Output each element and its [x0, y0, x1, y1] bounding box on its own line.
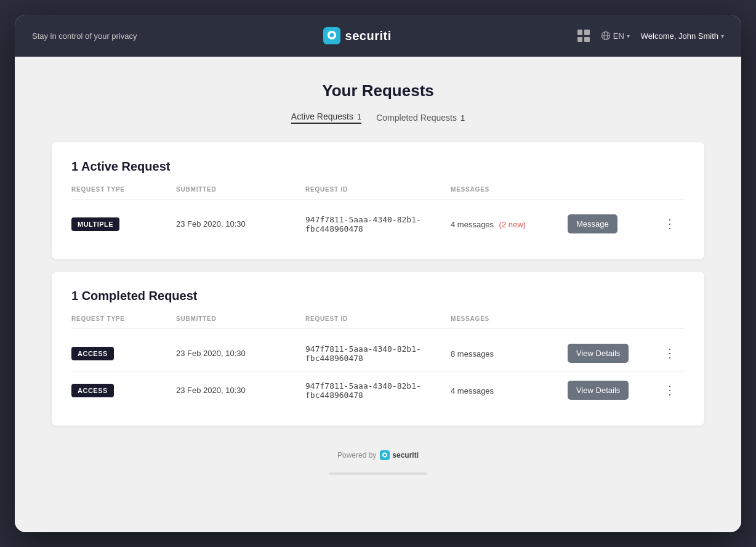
comp-submitted-date-2: 23 Feb 2020, 10:30 [176, 386, 299, 395]
comp-messages-count-1: 8 messages [451, 349, 494, 359]
page-title: Your Requests [52, 81, 704, 100]
comp-more-cell-1: ⋮ [660, 347, 685, 360]
badge-multiple: MULTIPLE [71, 217, 119, 231]
active-table-header: REQUEST TYPE SUBMITTED REQUEST ID MESSAG… [71, 186, 685, 200]
completed-requests-card: 1 Completed Request REQUEST TYPE SUBMITT… [52, 272, 704, 426]
user-label: Welcome, John Smith [641, 31, 718, 41]
request-type-badge-access-1: ACCESS [71, 347, 170, 360]
tab-completed-count: 1 [460, 113, 465, 123]
comp-messages-count-2: 4 messages [451, 386, 494, 395]
active-requests-card: 1 Active Request REQUEST TYPE SUBMITTED … [52, 142, 704, 259]
messages-count: 4 messages [451, 220, 494, 229]
more-options-button-2[interactable]: ⋮ [660, 384, 680, 396]
badge-access-2: ACCESS [71, 384, 114, 397]
col-action [568, 186, 654, 193]
header-actions: EN ▾ Welcome, John Smith ▾ [577, 30, 724, 42]
footer: Powered by securiti [52, 438, 704, 472]
scroll-indicator [329, 472, 427, 475]
svg-point-1 [329, 33, 334, 38]
request-type-badge-access-2: ACCESS [71, 384, 170, 397]
apps-grid-button[interactable] [577, 30, 590, 42]
tab-active-count: 1 [357, 112, 361, 121]
comp-action-cell-1: View Details [568, 344, 654, 363]
completed-table-header: REQUEST TYPE SUBMITTED REQUEST ID MESSAG… [71, 315, 685, 329]
comp-col-request-type: REQUEST TYPE [71, 315, 170, 322]
comp-col-request-id: REQUEST ID [305, 315, 444, 322]
app-header: Stay in control of your privacy securiti [15, 15, 741, 57]
powered-by-text: Powered by [337, 451, 376, 460]
tagline: Stay in control of your privacy [32, 31, 137, 41]
comp-more-cell-2: ⋮ [660, 384, 685, 397]
submitted-date: 23 Feb 2020, 10:30 [176, 219, 299, 229]
securiti-logo-icon [323, 27, 340, 44]
globe-icon [601, 31, 611, 41]
tab-active-requests[interactable]: Active Requests 1 [291, 111, 361, 124]
comp-messages-cell-2: 4 messages [451, 385, 561, 396]
language-chevron-icon: ▾ [627, 33, 630, 39]
comp-request-id-1: 947f7811-5aaa-4340-82b1-fbc448960478 [305, 344, 444, 363]
request-id: 947f7811-5aaa-4340-82b1-fbc448960478 [305, 215, 444, 233]
language-label: EN [613, 31, 624, 41]
comp-col-submitted: SUBMITTED [176, 315, 299, 322]
brand-name: securiti [345, 29, 392, 43]
comp-col-more [660, 315, 685, 322]
comp-col-action [568, 315, 654, 322]
col-request-id: REQUEST ID [305, 186, 444, 193]
svg-point-6 [384, 454, 386, 456]
view-details-button-1[interactable]: View Details [568, 344, 629, 363]
footer-securiti-icon [380, 450, 390, 460]
tab-completed-requests[interactable]: Completed Requests 1 [376, 113, 465, 123]
message-button[interactable]: Message [568, 214, 617, 233]
table-row: MULTIPLE 23 Feb 2020, 10:30 947f7811-5aa… [71, 206, 685, 242]
tabs-row: Active Requests 1 Completed Requests 1 [52, 111, 704, 124]
table-row: ACCESS 23 Feb 2020, 10:30 947f7811-5aaa-… [71, 372, 685, 408]
more-options-button[interactable]: ⋮ [660, 217, 680, 230]
comp-messages-cell-1: 8 messages [451, 348, 561, 359]
footer-logo: securiti [380, 450, 419, 460]
messages-new-count: (2 new) [499, 220, 526, 229]
logo-area: securiti [323, 27, 392, 44]
language-selector[interactable]: EN ▾ [601, 31, 630, 41]
tab-completed-label: Completed Requests [376, 113, 457, 123]
col-request-type: REQUEST TYPE [71, 186, 170, 193]
comp-action-cell-2: View Details [568, 381, 654, 400]
user-menu[interactable]: Welcome, John Smith ▾ [641, 31, 724, 41]
messages-cell: 4 messages (2 new) [451, 219, 561, 230]
col-more [660, 186, 685, 193]
view-details-button-2[interactable]: View Details [568, 381, 629, 400]
request-type-badge-multiple: MULTIPLE [71, 217, 170, 231]
completed-requests-heading: 1 Completed Request [71, 289, 685, 303]
user-chevron-icon: ▾ [721, 33, 724, 39]
col-messages: MESSAGES [451, 186, 561, 193]
comp-col-messages: MESSAGES [451, 315, 561, 322]
main-content: Your Requests Active Requests 1 Complete… [15, 57, 741, 532]
more-options-button-1[interactable]: ⋮ [660, 347, 680, 359]
comp-submitted-date-1: 23 Feb 2020, 10:30 [176, 349, 299, 358]
action-cell: Message [568, 214, 654, 233]
badge-access-1: ACCESS [71, 347, 114, 360]
tab-active-label: Active Requests [291, 111, 353, 121]
active-requests-heading: 1 Active Request [71, 160, 685, 174]
table-row: ACCESS 23 Feb 2020, 10:30 947f7811-5aaa-… [71, 335, 685, 371]
comp-request-id-2: 947f7811-5aaa-4340-82b1-fbc448960478 [305, 381, 444, 400]
footer-brand-name: securiti [392, 451, 419, 460]
more-cell: ⋮ [660, 217, 685, 230]
col-submitted: SUBMITTED [176, 186, 299, 193]
